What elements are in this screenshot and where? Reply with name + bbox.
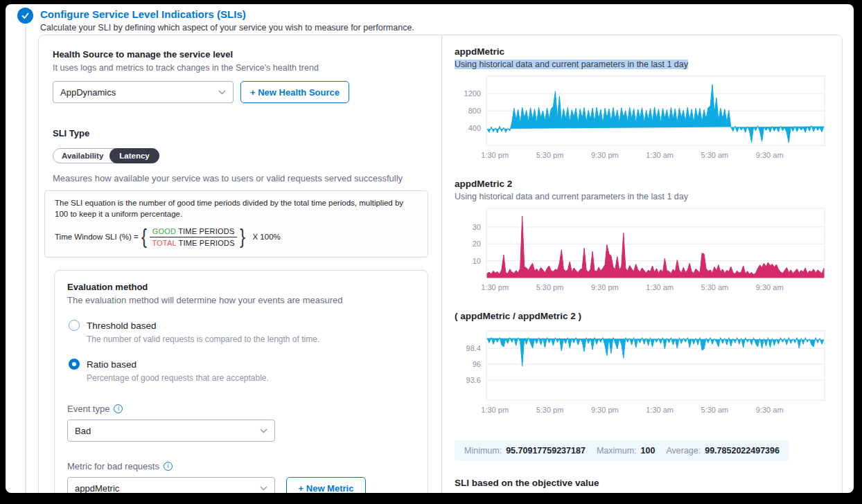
health-source-label: Health Source to manage the service leve… xyxy=(53,49,428,60)
svg-text:1200: 1200 xyxy=(464,89,481,98)
svg-text:30: 30 xyxy=(473,223,481,231)
sli-equation-box: The SLI equation is the number of good t… xyxy=(44,190,428,258)
metric-bad-select[interactable]: appdMetric xyxy=(67,477,275,493)
event-type-value: Bad xyxy=(75,426,260,436)
left-brace: { xyxy=(141,225,147,249)
minimum-value: 95.70917759237187 xyxy=(506,446,586,456)
info-icon[interactable] xyxy=(164,462,173,471)
event-type-label: Event type xyxy=(67,404,109,414)
ratio-based-option[interactable]: Ratio based Percentage of good requests … xyxy=(67,358,415,383)
svg-text:800: 800 xyxy=(468,107,481,115)
page-subtitle: Calculate your SLI by defining which asp… xyxy=(40,23,414,33)
info-icon[interactable] xyxy=(114,404,123,413)
sli-type-option-availability[interactable]: Availability xyxy=(53,149,110,163)
svg-text:93.6: 93.6 xyxy=(466,376,481,384)
chart-subtitle: Using historical data and current parame… xyxy=(455,192,842,201)
new-metric-button[interactable]: + New Metric xyxy=(286,477,366,493)
ratio-based-label: Ratio based xyxy=(87,359,137,370)
evaluation-method-description: The evaluation method will determine how… xyxy=(67,295,415,305)
metric-bad-label: Metric for bad requests xyxy=(67,461,159,471)
health-source-description: It uses logs and metrics to track change… xyxy=(53,63,428,73)
event-type-label-row: Event type xyxy=(67,404,415,414)
sli-form-pane: Health Source to manage the service leve… xyxy=(39,35,442,493)
threshold-based-description: The number of valid requests is compared… xyxy=(87,334,319,344)
svg-text:5:30 pm: 5:30 pm xyxy=(536,406,564,414)
equation-suffix: X 100% xyxy=(252,233,280,241)
chart-title: ( appdMetric / appdMetric 2 ) xyxy=(455,311,842,321)
ratio-based-description: Percentage of good requests that are acc… xyxy=(87,373,269,383)
svg-text:9:30 pm: 9:30 pm xyxy=(591,151,619,159)
denominator-rest: TIME PERIODS xyxy=(176,239,234,247)
chart-title: appdMetric xyxy=(455,46,842,57)
sli-equation-formula: Time Window SLI (%) = { GOOD TIME PERIOD… xyxy=(55,225,418,249)
sli-type-description: Measures how available your service was … xyxy=(53,173,428,183)
ratio-based-radio[interactable] xyxy=(69,359,80,370)
threshold-based-radio[interactable] xyxy=(69,320,80,331)
svg-text:9:30 pm: 9:30 pm xyxy=(591,283,619,291)
svg-text:9:30 pm: 9:30 pm xyxy=(591,406,619,414)
sli-configuration-card: Health Source to manage the service leve… xyxy=(38,35,843,493)
svg-text:10: 10 xyxy=(473,257,481,265)
chart-subtitle: Using historical data and current parame… xyxy=(455,60,842,69)
numerator-rest: TIME PERIODS xyxy=(176,227,234,235)
chart-ratio: ( appdMetric / appdMetric 2 ) 93.69698.4… xyxy=(455,311,842,422)
metric-bad-value: appdMetric xyxy=(75,483,260,493)
average-value: 99.7852022497396 xyxy=(705,446,780,456)
good-periods-label: GOOD xyxy=(152,227,176,235)
svg-text:5:30 am: 5:30 am xyxy=(701,283,729,291)
threshold-based-option[interactable]: Threshold based The number of valid requ… xyxy=(67,319,415,344)
sli-type-option-latency[interactable]: Latency xyxy=(109,148,159,163)
svg-text:1:30 am: 1:30 am xyxy=(646,283,674,291)
chevron-down-icon xyxy=(260,429,267,433)
chart-appdmetric-2: appdMetric 2 Using historical data and c… xyxy=(455,179,842,300)
sli-stats-bar: Minimum: 95.70917759237187 Maximum: 100 … xyxy=(455,440,789,461)
chevron-down-icon xyxy=(218,90,226,95)
charts-pane: appdMetric Using historical data and cur… xyxy=(442,35,842,493)
event-type-select[interactable]: Bad xyxy=(67,420,275,442)
equation-prefix: Time Window SLI (%) = xyxy=(55,233,139,241)
health-source-select[interactable]: AppDynamics xyxy=(53,81,234,103)
page: Configure Service Level Indicatiors (SLI… xyxy=(6,4,854,493)
equation-fraction: GOOD TIME PERIODS TOTAL TIME PERIODS xyxy=(150,227,238,247)
svg-text:5:30 am: 5:30 am xyxy=(701,151,729,159)
svg-text:9:30 am: 9:30 am xyxy=(756,283,784,291)
maximum-label: Maximum: xyxy=(597,446,637,456)
svg-text:1:30 am: 1:30 am xyxy=(646,406,674,414)
chart-appdmetric: appdMetric Using historical data and cur… xyxy=(455,46,842,168)
metric-bad-label-row: Metric for bad requests xyxy=(67,461,415,471)
step-complete-check-icon xyxy=(17,8,33,24)
svg-text:5:30 pm: 5:30 pm xyxy=(536,151,564,159)
sli-objective-title: SLI based on the objective value xyxy=(455,478,842,488)
svg-text:1:30 pm: 1:30 pm xyxy=(481,283,509,291)
chart-title: appdMetric 2 xyxy=(455,179,842,189)
stepper-connector-line xyxy=(25,25,26,493)
appdmetric-2-chart: 1020301:30 pm5:30 pm9:30 pm1:30 am5:30 a… xyxy=(455,206,829,297)
health-source-value: AppDynamics xyxy=(60,87,218,98)
new-health-source-button[interactable]: + New Health Source xyxy=(240,81,349,103)
chevron-down-icon xyxy=(260,486,267,491)
appdmetric-chart: 40080012001:30 pm5:30 pm9:30 pm1:30 am5:… xyxy=(455,73,829,165)
right-brace: } xyxy=(240,225,245,249)
average-label: Average: xyxy=(666,446,701,456)
total-periods-label: TOTAL xyxy=(152,239,176,247)
svg-text:1:30 am: 1:30 am xyxy=(646,151,674,159)
evaluation-method-label: Evaluation method xyxy=(67,282,415,292)
sli-type-toggle: Availability Latency xyxy=(53,148,159,163)
svg-text:98.4: 98.4 xyxy=(466,344,481,352)
svg-text:1:30 pm: 1:30 pm xyxy=(481,406,509,414)
threshold-based-label: Threshold based xyxy=(87,321,157,331)
minimum-label: Minimum: xyxy=(464,446,502,456)
maximum-value: 100 xyxy=(641,446,656,456)
page-title: Configure Service Level Indicatiors (SLI… xyxy=(40,8,246,20)
svg-text:20: 20 xyxy=(473,240,481,248)
svg-text:5:30 am: 5:30 am xyxy=(701,406,729,414)
evaluation-method-card: Evaluation method The evaluation method … xyxy=(54,270,428,493)
highlighted-text: Using historical data and current parame… xyxy=(455,60,688,69)
svg-text:1:30 pm: 1:30 pm xyxy=(481,151,509,159)
svg-text:96: 96 xyxy=(473,360,481,368)
ratio-chart: 93.69698.41:30 pm5:30 pm9:30 pm1:30 am5:… xyxy=(455,328,829,420)
svg-text:9:30 am: 9:30 am xyxy=(756,406,784,414)
svg-text:5:30 pm: 5:30 pm xyxy=(536,283,564,291)
svg-text:400: 400 xyxy=(468,124,481,132)
svg-text:9:30 am: 9:30 am xyxy=(756,151,784,159)
